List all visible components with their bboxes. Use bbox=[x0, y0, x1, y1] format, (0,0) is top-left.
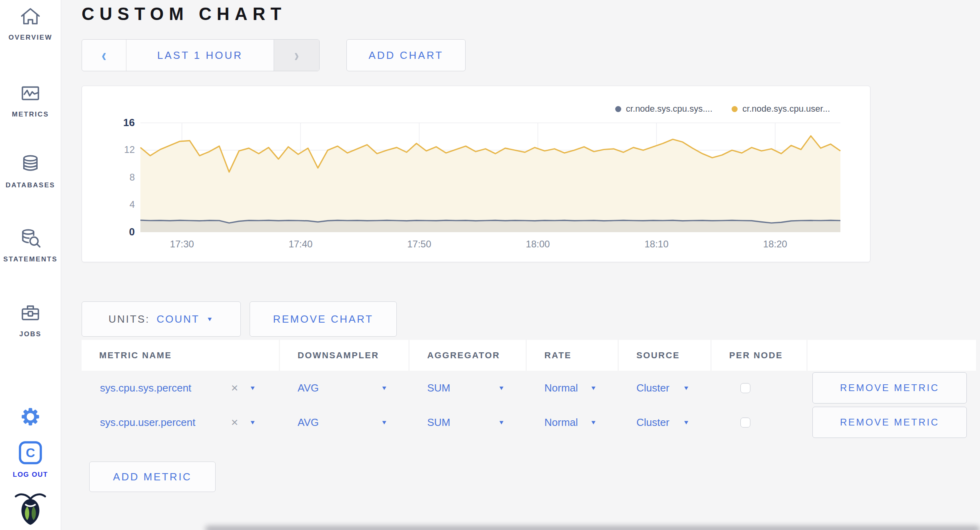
caret-down-icon: ▼ bbox=[498, 420, 505, 425]
jobs-icon bbox=[19, 301, 42, 326]
caret-down-icon: ▼ bbox=[381, 385, 388, 391]
sidebar-item-metrics[interactable]: METRICS bbox=[12, 82, 49, 118]
logout-button[interactable]: C LOG OUT bbox=[13, 440, 48, 479]
x-tick-label: 18:10 bbox=[644, 239, 668, 250]
sidebar-item-overview[interactable]: OVERVIEW bbox=[8, 5, 52, 42]
source-dropdown[interactable]: Cluster ▼ bbox=[619, 371, 710, 405]
header-aggregator: AGGREGATOR bbox=[410, 340, 526, 371]
y-axis-labels: 0481216 bbox=[82, 123, 135, 232]
x-tick-label: 17:30 bbox=[170, 239, 194, 250]
downsampler-dropdown[interactable]: AVG ▼ bbox=[280, 371, 408, 405]
metric-dropdown[interactable]: sys.cpu.sys.percent × ▼ bbox=[82, 371, 279, 405]
time-toolbar: ‹ LAST 1 HOUR › ADD CHART bbox=[82, 39, 980, 71]
aggregator-dropdown[interactable]: SUM ▼ bbox=[410, 405, 526, 440]
caret-down-icon: ▼ bbox=[590, 420, 597, 425]
units-label: UNITS: bbox=[108, 313, 150, 325]
units-dropdown[interactable]: UNITS: COUNT ▼ bbox=[82, 301, 241, 337]
units-value: COUNT bbox=[156, 313, 199, 325]
header-metric-name: METRIC NAME bbox=[82, 340, 279, 371]
downsampler-dropdown[interactable]: AVG ▼ bbox=[280, 405, 408, 440]
chart-options-row: UNITS: COUNT ▼ REMOVE CHART bbox=[82, 301, 980, 337]
rate-dropdown[interactable]: Normal ▼ bbox=[527, 371, 618, 405]
rate-value: Normal bbox=[544, 416, 578, 429]
sidebar-item-label: METRICS bbox=[12, 110, 49, 118]
sidebar-item-label: OVERVIEW bbox=[8, 34, 52, 42]
clear-metric-icon[interactable]: × bbox=[231, 381, 238, 395]
sidebar-item-statements[interactable]: STATEMENTS bbox=[3, 227, 58, 263]
metrics-table-header: METRIC NAME DOWNSAMPLER AGGREGATOR RATE … bbox=[82, 340, 976, 371]
header-actions bbox=[808, 340, 976, 371]
metric-dropdown[interactable]: sys.cpu.user.percent × ▼ bbox=[82, 405, 279, 440]
sidebar-item-label: DATABASES bbox=[6, 181, 55, 189]
table-row: sys.cpu.sys.percent × ▼ AVG ▼ SUM ▼ Norm… bbox=[82, 371, 976, 405]
caret-down-icon: ▼ bbox=[590, 385, 597, 391]
chart-legend: cr.node.sys.cpu.sys.... cr.node.sys.cpu.… bbox=[615, 104, 830, 114]
metrics-icon bbox=[19, 82, 42, 106]
home-icon bbox=[19, 5, 42, 30]
aggregator-value: SUM bbox=[427, 382, 450, 394]
custom-chart-page: OVERVIEW METRICS DATABASES bbox=[0, 0, 980, 530]
svg-text:C: C bbox=[26, 446, 35, 460]
aggregator-dropdown[interactable]: SUM ▼ bbox=[410, 371, 526, 405]
metric-name-value: sys.cpu.sys.percent bbox=[100, 382, 191, 394]
add-metric-button[interactable]: ADD METRIC bbox=[89, 462, 216, 492]
legend-item-sys[interactable]: cr.node.sys.cpu.sys.... bbox=[615, 104, 712, 114]
chart-plot-area[interactable] bbox=[140, 123, 840, 232]
timescale-range-button[interactable]: LAST 1 HOUR bbox=[126, 40, 274, 71]
legend-label: cr.node.sys.cpu.user... bbox=[742, 104, 830, 114]
sidebar-item-jobs[interactable]: JOBS bbox=[19, 301, 42, 338]
header-source: SOURCE bbox=[619, 340, 710, 371]
per-node-checkbox[interactable] bbox=[740, 383, 750, 393]
table-row: sys.cpu.user.percent × ▼ AVG ▼ SUM ▼ Nor… bbox=[82, 405, 976, 440]
sidebar-item-label: JOBS bbox=[19, 330, 42, 338]
scroll-shadow bbox=[205, 526, 980, 530]
timescale-next-button[interactable]: › bbox=[274, 40, 319, 71]
page-title: CUSTOM CHART bbox=[82, 4, 980, 24]
cockroach-bug-icon bbox=[14, 490, 47, 528]
per-node-checkbox[interactable] bbox=[740, 418, 750, 428]
source-value: Cluster bbox=[636, 382, 669, 394]
clear-metric-icon[interactable]: × bbox=[231, 416, 238, 429]
caret-down-icon: ▼ bbox=[683, 420, 690, 425]
statements-icon bbox=[19, 227, 42, 251]
y-tick-label: 16 bbox=[123, 116, 135, 129]
rate-dropdown[interactable]: Normal ▼ bbox=[527, 405, 618, 440]
y-tick-label: 12 bbox=[124, 145, 135, 156]
source-value: Cluster bbox=[636, 416, 669, 429]
sidebar-item-databases[interactable]: DATABASES bbox=[6, 153, 55, 189]
actions-cell: REMOVE METRIC bbox=[808, 371, 976, 405]
source-dropdown[interactable]: Cluster ▼ bbox=[619, 405, 710, 440]
chevron-left-icon: ‹ bbox=[102, 46, 106, 64]
rate-value: Normal bbox=[544, 382, 578, 394]
header-downsampler: DOWNSAMPLER bbox=[280, 340, 408, 371]
actions-cell: REMOVE METRIC bbox=[808, 405, 976, 440]
x-tick-label: 18:00 bbox=[526, 239, 550, 250]
remove-chart-button[interactable]: REMOVE CHART bbox=[250, 301, 397, 337]
caret-down-icon: ▼ bbox=[498, 385, 505, 391]
gear-icon bbox=[21, 421, 40, 428]
legend-dot-sys-icon bbox=[615, 106, 621, 112]
cockroach-c-icon: C bbox=[18, 440, 43, 467]
downsampler-value: AVG bbox=[298, 382, 319, 394]
timescale-selector: ‹ LAST 1 HOUR › bbox=[82, 39, 320, 71]
add-chart-button[interactable]: ADD CHART bbox=[346, 39, 466, 71]
chart-card: cr.node.sys.cpu.sys.... cr.node.sys.cpu.… bbox=[82, 86, 870, 262]
per-node-cell bbox=[712, 405, 806, 440]
databases-icon bbox=[19, 153, 42, 177]
aggregator-value: SUM bbox=[427, 416, 450, 429]
downsampler-value: AVG bbox=[298, 416, 319, 429]
metric-name-value: sys.cpu.user.percent bbox=[100, 416, 195, 429]
caret-down-icon: ▼ bbox=[249, 420, 256, 425]
timescale-prev-button[interactable]: ‹ bbox=[82, 40, 126, 71]
y-tick-label: 0 bbox=[129, 226, 135, 238]
remove-metric-button[interactable]: REMOVE METRIC bbox=[812, 407, 967, 438]
settings-button[interactable] bbox=[21, 407, 40, 428]
x-tick-label: 17:40 bbox=[288, 239, 312, 250]
legend-item-user[interactable]: cr.node.sys.cpu.user... bbox=[732, 104, 830, 114]
y-tick-label: 8 bbox=[130, 172, 135, 183]
chevron-right-icon: › bbox=[294, 46, 299, 64]
x-tick-label: 17:50 bbox=[407, 239, 431, 250]
main-content: CUSTOM CHART ‹ LAST 1 HOUR › ADD CHART c… bbox=[61, 0, 980, 530]
x-tick-label: 18:20 bbox=[763, 239, 787, 250]
remove-metric-button[interactable]: REMOVE METRIC bbox=[812, 372, 967, 404]
